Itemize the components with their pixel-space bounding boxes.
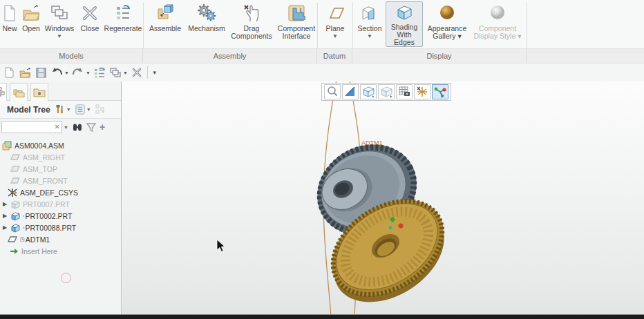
component-interface-button[interactable]: Component Interface (275, 1, 318, 47)
view-manager-icon[interactable] (396, 84, 413, 99)
tree-row-csys[interactable]: ASM_DEF_CSYS (0, 186, 121, 198)
tree-row-adtm1[interactable]: ◳ ADTM1 (0, 233, 121, 245)
quick-regenerate-button[interactable] (93, 66, 106, 79)
plane-label: Plane (326, 25, 345, 32)
tree-tools-caret[interactable]: ▼ (66, 107, 71, 112)
quickbar-flyout-caret[interactable]: ▼ (152, 70, 158, 76)
open-button[interactable]: Open (19, 1, 43, 47)
ribbon: New Open Windows ▼ Close Regenerate (0, 0, 644, 48)
section-dropdown-caret[interactable]: ▼ (367, 34, 372, 39)
drag-components-icon (242, 2, 261, 24)
redo-dropdown-caret[interactable]: ▼ (86, 70, 91, 75)
model-tree-title: Model Tree (7, 105, 50, 115)
quick-access-toolbar: ▼ ▼ ▼ ▼ (0, 64, 644, 81)
quick-new-button[interactable] (2, 66, 16, 79)
component-display-style-button[interactable]: Component Display Style ▾ (470, 1, 525, 47)
quick-open-button[interactable] (18, 66, 32, 79)
tree-search-box: ✕ (1, 121, 62, 133)
shading-with-edges-icon (394, 2, 415, 23)
component-interface-label: Component Interface (276, 25, 317, 40)
undo-button[interactable] (50, 66, 64, 79)
tree-row-prt0007[interactable]: ▶ PRT0007.PRT (0, 198, 121, 210)
ribbon-group-band: Models Assembly Datum Display (0, 48, 644, 64)
tree-row-asm-top[interactable]: ASM_TOP (0, 163, 121, 175)
display-style-icon[interactable] (378, 84, 395, 99)
zoom-icon[interactable] (324, 84, 341, 99)
tree-row-label: PRT0007.PRT (23, 200, 70, 209)
close-button[interactable]: Close (76, 1, 104, 47)
section-button[interactable]: Section ▼ (354, 1, 386, 47)
drag-components-label: Drag Components (229, 25, 274, 40)
windows-dropdown-caret[interactable]: ▼ (57, 34, 62, 39)
model-3d-scene (122, 81, 644, 314)
open-label: Open (22, 25, 40, 32)
tree-search-input[interactable] (2, 124, 52, 135)
tree-settings-icon[interactable] (75, 104, 85, 115)
graphics-viewport[interactable]: ADTM1 (122, 81, 644, 314)
datum-plane-icon (7, 235, 18, 243)
search-options-caret[interactable]: ▼ (64, 125, 68, 130)
tab-favorites[interactable] (30, 83, 48, 101)
marker-red (399, 224, 404, 229)
quick-windows-dropdown-caret[interactable]: ▼ (123, 70, 128, 75)
tree-row-prt0002[interactable]: ▶ ▫ PRT0002.PRT (0, 210, 121, 222)
open-icon (21, 2, 41, 24)
close-label: Close (81, 25, 100, 32)
shading-with-edges-label: Shading With Edges (386, 23, 422, 46)
datum-plane-icon (10, 165, 21, 173)
tree-search-row: ✕ ▼ + (0, 119, 121, 135)
plane-button[interactable]: Plane ▼ (319, 1, 351, 47)
tree-row-prt00088[interactable]: ▶ ▫ PRT00088.PRT (0, 222, 121, 233)
datum-tag-adtm1[interactable]: ADTM1 (361, 139, 383, 146)
tree-tools-icon[interactable] (55, 104, 65, 115)
tree-row-label: PRT0002.PRT (25, 212, 72, 220)
expand-arrow-icon[interactable]: ▶ (3, 201, 10, 207)
marker-teal (389, 226, 392, 230)
saved-orientations-icon[interactable] (360, 84, 377, 99)
undo-dropdown-caret[interactable]: ▼ (64, 70, 69, 75)
quick-windows-button[interactable] (108, 66, 122, 79)
tree-row-assembly[interactable]: ASM0004.ASM (0, 139, 121, 151)
drag-components-button[interactable]: Drag Components (228, 1, 275, 47)
new-button[interactable]: New (0, 1, 19, 47)
group-label-display: Display (352, 49, 527, 63)
shading-with-edges-button[interactable]: Shading With Edges (386, 1, 423, 47)
appearance-gallery-button[interactable]: Appearance Gallery ▾ (424, 1, 470, 47)
datum-display-filters-icon[interactable] (414, 84, 430, 99)
tree-row-insert-here[interactable]: Insert Here (0, 245, 121, 257)
datum-tag-icon: ◳ (20, 237, 25, 242)
tree-settings-caret[interactable]: ▼ (86, 107, 91, 112)
expand-tree-icon[interactable]: + (100, 122, 105, 133)
new-label: New (2, 25, 17, 32)
quick-close-button[interactable] (130, 66, 144, 79)
datum-plane-icon (10, 177, 21, 184)
group-label-assembly: Assembly (143, 49, 317, 63)
csys-icon (7, 188, 18, 197)
windows-button[interactable]: Windows ▼ (43, 1, 76, 47)
redo-button[interactable] (71, 66, 85, 79)
body-marker-icon: ▫ (23, 225, 24, 230)
tree-columns-icon[interactable] (95, 104, 106, 115)
folder-stack-icon (12, 87, 25, 98)
filter-icon[interactable] (86, 123, 96, 132)
spin-center-icon[interactable] (432, 84, 448, 99)
expand-arrow-icon[interactable]: ▶ (3, 213, 10, 219)
assemble-button[interactable]: Assemble (145, 1, 185, 47)
part-icon (10, 223, 21, 233)
regenerate-button[interactable]: Regenerate (104, 1, 142, 47)
repaint-icon[interactable] (342, 84, 359, 99)
search-clear-icon[interactable]: ✕ (55, 123, 60, 131)
find-icon[interactable] (72, 123, 83, 132)
tab-model-tree[interactable] (0, 83, 7, 101)
tab-folder-browser[interactable] (10, 83, 28, 101)
plane-dropdown-caret[interactable]: ▼ (332, 34, 338, 39)
tree-row-asm-right[interactable]: ASM_RIGHT (0, 151, 121, 163)
mouse-cursor (216, 239, 226, 256)
quick-save-button[interactable] (34, 66, 48, 79)
mechanism-button[interactable]: Mechanism (185, 1, 228, 47)
model-tree-panel: Model Tree ▼ ▼ ✕ ▼ (0, 81, 122, 314)
mechanism-label: Mechanism (188, 25, 225, 32)
group-label-datum: Datum (317, 49, 352, 63)
expand-arrow-icon[interactable]: ▶ (3, 224, 10, 231)
tree-row-asm-front[interactable]: ASM_FRONT (0, 175, 121, 186)
